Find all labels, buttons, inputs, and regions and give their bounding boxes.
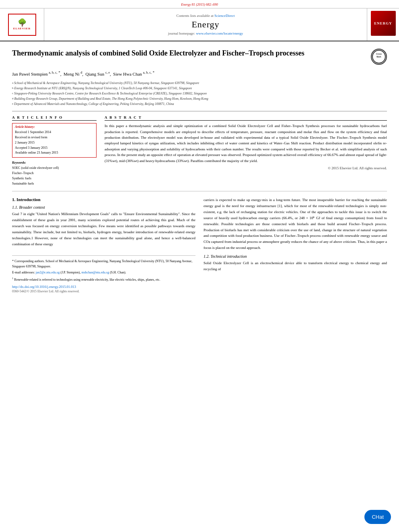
- elsevier-logo: 🌳 ELSEVIER: [0, 8, 44, 41]
- article-title-section: Thermodynamic analysis of combined Solid…: [12, 49, 387, 65]
- chat-button[interactable]: CHat: [364, 510, 391, 524]
- abstract-column: A B S T R A C T In this paper a thermody…: [105, 115, 387, 186]
- authors-line: Jan Pawel Stempien a, b, c, *, Meng Ni d…: [12, 70, 387, 78]
- elsevier-label: ELSEVIER: [13, 27, 31, 30]
- keyword-sustainable: Sustainable fuels: [12, 181, 97, 187]
- history-title: Article history:: [15, 125, 94, 129]
- keyword-ft: Fischer–Tropsch: [12, 171, 97, 176]
- svg-text:Cross: Cross: [376, 53, 382, 55]
- journal-name: Energy: [191, 19, 219, 30]
- abstract-text: In this paper a thermodynamic analysis a…: [105, 123, 387, 164]
- received-revised-row: Received in revised form: [15, 135, 94, 140]
- body-col-right: carriers is expected to make up energy-m…: [204, 197, 387, 293]
- crossmark-icon: Cross Mark: [372, 49, 386, 64]
- footnote-email: E-mail addresses: jan2@e.ntu.edu.sg (J.P…: [12, 270, 195, 275]
- doi-link[interactable]: http://dx.doi.org/10.1016/j.energy.2015.…: [12, 285, 195, 289]
- sciencedirect-line: Contents lists available at ScienceDirec…: [177, 14, 235, 18]
- header-center: Contents lists available at ScienceDirec…: [44, 8, 367, 41]
- elsevier-tree-icon: 🌳: [18, 19, 27, 26]
- article-title: Thermodynamic analysis of combined Solid…: [12, 49, 304, 58]
- received-revised-date: 2 January 2015: [15, 140, 94, 146]
- crossmark-circle: Cross Mark: [371, 49, 387, 65]
- intro-subheading: 1.1. Broader context: [12, 205, 195, 210]
- article-info-abstract-section: A R T I C L E I N F O Article history: R…: [12, 115, 387, 186]
- received-row: Received 1 September 2014: [15, 130, 94, 135]
- article-info-title: A R T I C L E I N F O: [12, 115, 97, 121]
- footnote-corresponding: * Corresponding authors. School of Mecha…: [12, 259, 195, 269]
- keywords-title: Keywords:: [12, 161, 97, 164]
- intro-heading: 1. Introduction: [12, 197, 195, 202]
- body-col-left: 1. Introduction 1.1. Broader context Goa…: [12, 197, 195, 293]
- tech-intro-subheading: 1.2. Technical introduction: [204, 254, 387, 259]
- issn-line: 0360-5442/© 2015 Elsevier Ltd. All right…: [12, 290, 195, 293]
- tech-intro-text: Solid Oxide Electrolyzer Cell is an elec…: [204, 260, 387, 272]
- energy-logo-right: ENERGY: [367, 8, 399, 41]
- article-footer: * Corresponding authors. School of Mecha…: [12, 255, 195, 293]
- abstract-title: A B S T R A C T: [105, 115, 387, 121]
- intro-text-col1: Goal 7 in eight "United Nation's Millenn…: [12, 211, 195, 247]
- sciencedirect-link[interactable]: ScienceDirect: [214, 14, 234, 18]
- article-history-box: Article history: Received 1 September 20…: [12, 123, 97, 158]
- article-body: Thermodynamic analysis of combined Solid…: [0, 41, 399, 300]
- email-chan[interactable]: mshchan@ntu.edu.sg: [81, 271, 109, 274]
- keyword-soec: SOEC (solid oxide electrolyzer cell): [12, 166, 97, 171]
- body-two-col: 1. Introduction 1.1. Broader context Goa…: [12, 191, 387, 293]
- affiliations: aSchool of Mechanical & Aerospace Engine…: [12, 81, 387, 111]
- footnote-renewable: 1 Renewable-related is referred to techn…: [12, 276, 195, 282]
- footnotes: * Corresponding authors. School of Mecha…: [12, 259, 195, 282]
- email-jan[interactable]: jan2@e.ntu.edu.sg: [36, 271, 60, 274]
- keyword-synthetic: Synthetic fuels: [12, 176, 97, 181]
- article-info-column: A R T I C L E I N F O Article history: R…: [12, 115, 97, 186]
- homepage-link[interactable]: www.elsevier.com/locate/energy: [196, 31, 243, 35]
- copyright-line: © 2015 Elsevier Ltd. All rights reserved…: [105, 166, 387, 170]
- accepted-row: Accepted 3 January 2015: [15, 146, 94, 151]
- energy-ref: Energy 81 (2015) 682–690: [0, 2, 399, 6]
- journal-header: Energy 81 (2015) 682–690 🌳 ELSEVIER Cont…: [0, 0, 399, 41]
- available-online-row: Available online 23 January 2015: [15, 150, 94, 156]
- crossmark-badge: Cross Mark: [371, 49, 387, 65]
- intro-text-col2: carriers is expected to make up energy-m…: [204, 197, 387, 251]
- svg-text:Mark: Mark: [376, 55, 381, 58]
- homepage-line: journal homepage: www.elsevier.com/locat…: [168, 31, 243, 35]
- energy-logo-img: ENERGY: [371, 11, 396, 36]
